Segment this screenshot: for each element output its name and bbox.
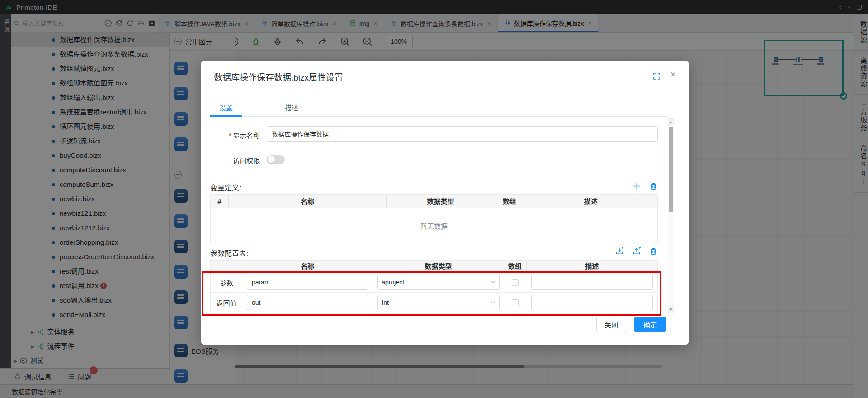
close-button[interactable]: 关闭 (596, 317, 626, 332)
column-header: 名称 (229, 195, 387, 208)
confirm-button[interactable]: 确定 (634, 317, 666, 332)
column-header: 数据类型 (387, 195, 495, 208)
column-header (211, 261, 242, 272)
column-header: 数据类型 (373, 261, 504, 272)
params-section-label: 参数配置表: (210, 247, 248, 258)
export-params-icon[interactable] (632, 246, 641, 256)
param-type-label: 参数 (211, 272, 242, 292)
tab-settings[interactable]: 设置 (210, 100, 242, 117)
import-params-icon[interactable] (615, 246, 624, 256)
param-name-input[interactable] (247, 295, 368, 310)
dialog-scrollbar[interactable]: ▲ ▼ (668, 118, 674, 313)
access-permission-label: 访问权限 (210, 156, 260, 165)
params-table: 名称 数据类型 数组 描述 参数 aproject 返回值 (210, 260, 658, 313)
scrollbar-thumb[interactable] (669, 127, 673, 212)
param-description-input[interactable] (531, 275, 653, 290)
display-name-input[interactable] (267, 126, 658, 142)
column-header: 描述 (524, 195, 657, 208)
dialog-tabs: 设置 描述 (210, 100, 668, 117)
maximize-dialog-icon[interactable] (653, 72, 660, 80)
variables-table: # 名称 数据类型 数组 描述 暂无数据 (210, 194, 658, 243)
access-permission-toggle[interactable] (267, 155, 285, 164)
add-variable-icon[interactable] (632, 182, 641, 190)
chevron-down-icon (491, 301, 495, 304)
param-row-input: 参数 aproject (211, 272, 657, 292)
param-datatype-select[interactable]: aproject (377, 275, 499, 290)
param-datatype-select[interactable]: Int (377, 295, 499, 310)
chevron-down-icon (491, 280, 495, 284)
dialog-title: 数据库操作保存数据.bizx属性设置 (214, 71, 343, 83)
column-header: # (211, 195, 229, 208)
toggle-knob (268, 156, 275, 163)
column-header: 描述 (527, 261, 657, 272)
param-array-checkbox[interactable] (512, 299, 519, 306)
delete-params-icon[interactable] (649, 247, 658, 256)
scroll-up-icon[interactable]: ▲ (668, 119, 674, 125)
param-row-return: 返回值 Int (211, 292, 657, 313)
tab-description[interactable]: 描述 (276, 100, 307, 117)
scroll-down-icon[interactable]: ▼ (668, 306, 674, 313)
empty-state-text: 暂无数据 (211, 208, 657, 243)
column-header: 名称 (242, 261, 373, 272)
param-array-checkbox[interactable] (512, 279, 519, 286)
variables-section-label: 变量定义: (210, 182, 241, 193)
param-name-input[interactable] (247, 275, 368, 290)
column-header: 数组 (495, 195, 524, 208)
param-description-input[interactable] (531, 295, 653, 310)
param-type-label: 返回值 (211, 293, 242, 313)
delete-variable-icon[interactable] (649, 182, 658, 190)
required-mark: * (229, 132, 231, 139)
ide-screen: Primeton-IDE ‹ › 资源 AI 脚本操作JAVA数组.bizx × (0, 0, 868, 398)
column-header: 数组 (504, 261, 527, 272)
close-dialog-icon[interactable]: × (670, 69, 676, 81)
properties-dialog: 数据库操作保存数据.bizx属性设置 × 设置 描述 *显示名称 访问权限 变量… (201, 61, 689, 345)
display-name-label: *显示名称 (210, 130, 260, 140)
